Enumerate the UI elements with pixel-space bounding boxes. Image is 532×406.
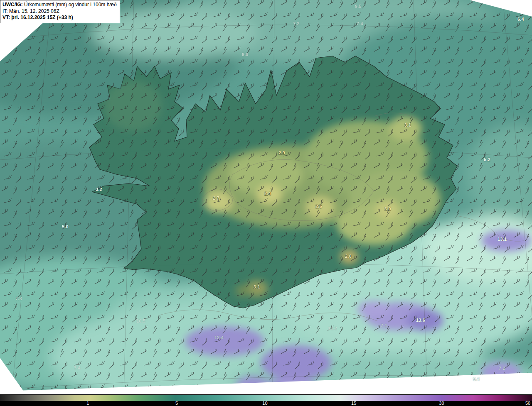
- title-text: Úrkomumætti (mm) og vindur i 100m hæð: [23, 2, 117, 7]
- precipitation-wind-map: [0, 0, 532, 394]
- weather-map-page: 9.57.27.46.49.93.12.95.23.22.72.42.53.05…: [0, 0, 532, 406]
- colorbar-gradient: [0, 395, 532, 401]
- colorbar-ticks: 1510153050: [0, 401, 532, 406]
- colorbar-tick-label: 5: [175, 401, 178, 406]
- wind-barb-field: [0, 0, 532, 394]
- map-header-box: UWC/IG: Úrkomumætti (mm) og vindur i 100…: [0, 0, 120, 23]
- map-title: UWC/IG: Úrkomumætti (mm) og vindur i 100…: [2, 2, 117, 8]
- precip-colorbar: 1510153050: [0, 394, 532, 406]
- init-time: IT: Mán. 15. 12. 2025 06Z: [2, 8, 117, 15]
- colorbar-tick-label: 50: [525, 401, 530, 406]
- model-label: UWC/IG:: [2, 2, 23, 7]
- colorbar-tick-label: 1: [86, 401, 89, 406]
- colorbar-tick-label: 10: [262, 401, 267, 406]
- colorbar-tick-label: 30: [439, 401, 444, 406]
- colorbar-tick-label: 15: [351, 401, 356, 406]
- valid-time: VT: þri. 16.12.2025 15Z (+33 h): [2, 15, 117, 21]
- valid-time-text: þri. 16.12.2025 15Z (+33 h): [10, 15, 73, 20]
- valid-time-label: VT:: [2, 15, 10, 20]
- map-canvas: 9.57.27.46.49.93.12.95.23.22.72.42.53.05…: [0, 0, 532, 394]
